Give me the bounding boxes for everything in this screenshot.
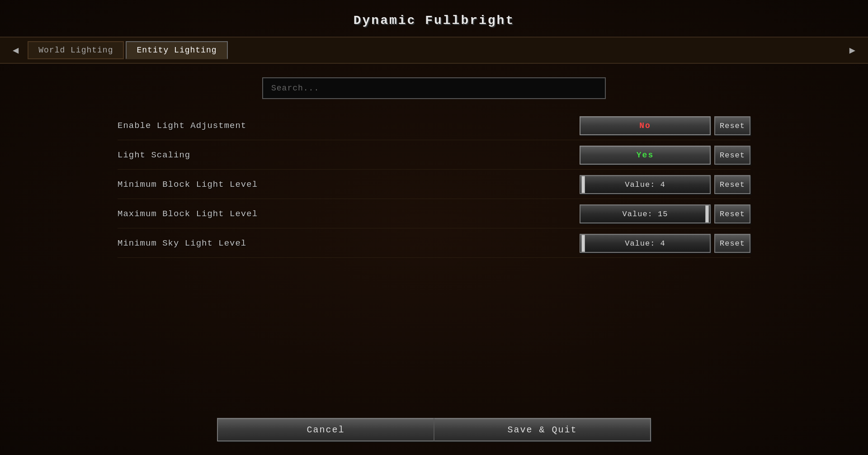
search-input[interactable]	[262, 77, 606, 99]
toggle-light-scaling[interactable]: Yes	[580, 146, 711, 165]
setting-label-minimum-sky-light-level: Minimum Sky Light Level	[118, 238, 580, 248]
setting-row-light-scaling: Light ScalingYesReset	[118, 141, 750, 170]
slider-handle-minimum-block-light-level	[581, 176, 585, 193]
setting-controls-light-scaling: YesReset	[580, 146, 750, 165]
setting-row-maximum-block-light-level: Maximum Block Light LevelValue: 15Reset	[118, 200, 750, 228]
reset-button-maximum-block-light-level[interactable]: Reset	[714, 204, 750, 223]
slider-handle-minimum-sky-light-level	[581, 235, 585, 252]
tab-arrow-left[interactable]: ◀	[9, 43, 22, 58]
setting-label-minimum-block-light-level: Minimum Block Light Level	[118, 180, 580, 190]
setting-controls-maximum-block-light-level: Value: 15Reset	[580, 204, 750, 223]
reset-button-minimum-sky-light-level[interactable]: Reset	[714, 234, 750, 253]
reset-button-enable-light-adjustment[interactable]: Reset	[714, 116, 750, 135]
slider-maximum-block-light-level[interactable]: Value: 15	[580, 204, 711, 223]
slider-handle-maximum-block-light-level	[705, 205, 709, 223]
save-quit-button[interactable]: Save & Quit	[434, 418, 651, 441]
slider-minimum-block-light-level[interactable]: Value: 4	[580, 175, 711, 194]
setting-label-light-scaling: Light Scaling	[118, 150, 580, 160]
setting-row-enable-light-adjustment: Enable Light AdjustmentNoReset	[118, 112, 750, 140]
search-container	[262, 77, 606, 99]
slider-value-minimum-sky-light-level: Value: 4	[625, 239, 665, 248]
setting-row-minimum-block-light-level: Minimum Block Light LevelValue: 4Reset	[118, 171, 750, 199]
slider-value-minimum-block-light-level: Value: 4	[625, 180, 665, 189]
setting-row-minimum-sky-light-level: Minimum Sky Light LevelValue: 4Reset	[118, 229, 750, 258]
setting-label-enable-light-adjustment: Enable Light Adjustment	[118, 121, 580, 131]
cancel-button[interactable]: Cancel	[217, 418, 434, 441]
setting-controls-enable-light-adjustment: NoReset	[580, 116, 750, 135]
page-title: Dynamic Fullbright	[354, 14, 514, 28]
setting-controls-minimum-block-light-level: Value: 4Reset	[580, 175, 750, 194]
tab-world-lighting[interactable]: World Lighting	[28, 41, 124, 59]
setting-controls-minimum-sky-light-level: Value: 4Reset	[580, 234, 750, 253]
tab-entity-lighting[interactable]: Entity Lighting	[126, 41, 227, 59]
toggle-enable-light-adjustment[interactable]: No	[580, 116, 711, 135]
main-container: Dynamic Fullbright ◀ World Lighting Enti…	[0, 0, 868, 455]
reset-button-light-scaling[interactable]: Reset	[714, 146, 750, 165]
slider-minimum-sky-light-level[interactable]: Value: 4	[580, 234, 711, 253]
slider-value-maximum-block-light-level: Value: 15	[623, 210, 668, 218]
setting-label-maximum-block-light-level: Maximum Block Light Level	[118, 209, 580, 219]
tab-arrow-right[interactable]: ▶	[846, 43, 859, 58]
content-area: Enable Light AdjustmentNoResetLight Scal…	[0, 64, 868, 455]
bottom-bar: Cancel Save & Quit	[0, 409, 868, 455]
tab-bar: ◀ World Lighting Entity Lighting ▶	[0, 37, 868, 64]
reset-button-minimum-block-light-level[interactable]: Reset	[714, 175, 750, 194]
settings-list: Enable Light AdjustmentNoResetLight Scal…	[118, 112, 750, 258]
